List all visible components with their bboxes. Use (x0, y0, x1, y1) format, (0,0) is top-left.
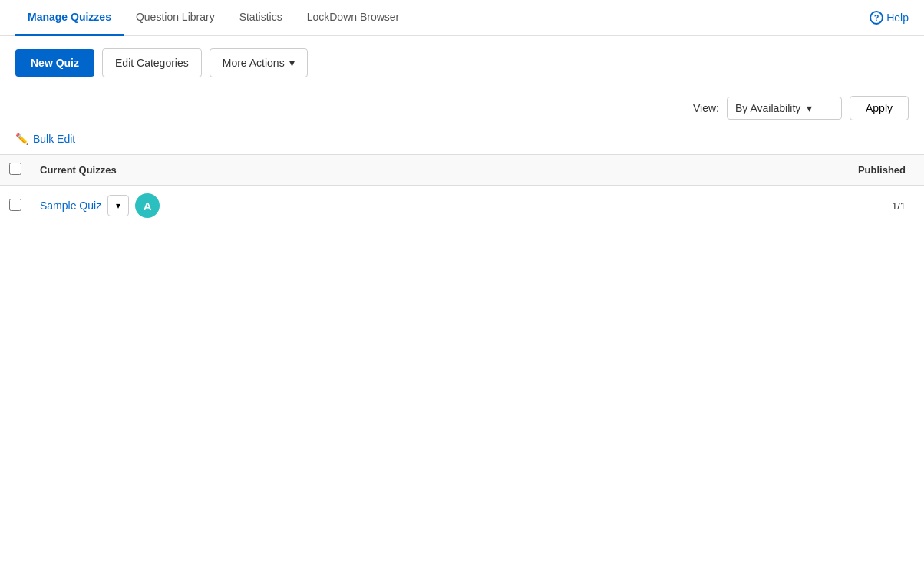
new-quiz-button[interactable]: New Quiz (15, 49, 94, 77)
select-all-checkbox[interactable] (9, 163, 21, 175)
bulk-edit-row: ✏️ Bulk Edit (0, 127, 924, 151)
tab-question-library[interactable]: Question Library (124, 0, 227, 36)
view-label: View: (693, 102, 719, 114)
help-link[interactable]: ? Help (870, 11, 909, 25)
main-content: ✏️ Bulk Edit Current Quizzes Published (0, 127, 924, 226)
quiz-dropdown-button[interactable]: ▾ (107, 195, 129, 216)
current-quizzes-header: Current Quizzes (31, 155, 609, 186)
table-row: Sample Quiz ▾ A 1/1 (0, 186, 924, 226)
tab-manage-quizzes[interactable]: Manage Quizzes (15, 0, 124, 36)
edit-categories-button[interactable]: Edit Categories (102, 48, 202, 77)
row-checkbox-cell (0, 186, 31, 226)
tab-lockdown-browser[interactable]: LockDown Browser (295, 0, 412, 36)
chevron-down-icon: ▾ (116, 200, 120, 211)
annotation-a-badge: A (135, 193, 160, 218)
published-value: 1/1 (609, 186, 924, 226)
chevron-down-icon: ▾ (289, 57, 295, 69)
view-selected-option: By Availability (735, 102, 800, 114)
chevron-down-icon: ▾ (807, 102, 812, 114)
help-icon: ? (870, 11, 883, 25)
bulk-edit-button[interactable]: ✏️ Bulk Edit (15, 133, 75, 145)
help-label: Help (886, 12, 909, 24)
quiz-name-link[interactable]: Sample Quiz (40, 199, 101, 212)
more-actions-button[interactable]: More Actions ▾ (210, 48, 308, 77)
more-actions-label: More Actions (223, 57, 285, 69)
pencil-icon: ✏️ (15, 133, 28, 145)
toolbar: New Quiz Edit Categories More Actions ▾ (0, 36, 924, 90)
tab-statistics[interactable]: Statistics (227, 0, 295, 36)
top-nav: Manage Quizzes Question Library Statisti… (0, 0, 924, 36)
row-checkbox[interactable] (9, 199, 21, 211)
bulk-edit-label: Bulk Edit (33, 133, 75, 145)
select-all-header (0, 155, 31, 186)
quiz-table: Current Quizzes Published Sample Quiz ▾ … (0, 154, 924, 226)
published-header: Published (609, 155, 924, 186)
view-select[interactable]: By Availability ▾ (727, 97, 842, 120)
view-row: View: By Availability ▾ Apply (0, 90, 924, 127)
apply-button[interactable]: Apply (850, 96, 909, 120)
quiz-name-cell: Sample Quiz ▾ A (31, 186, 609, 226)
